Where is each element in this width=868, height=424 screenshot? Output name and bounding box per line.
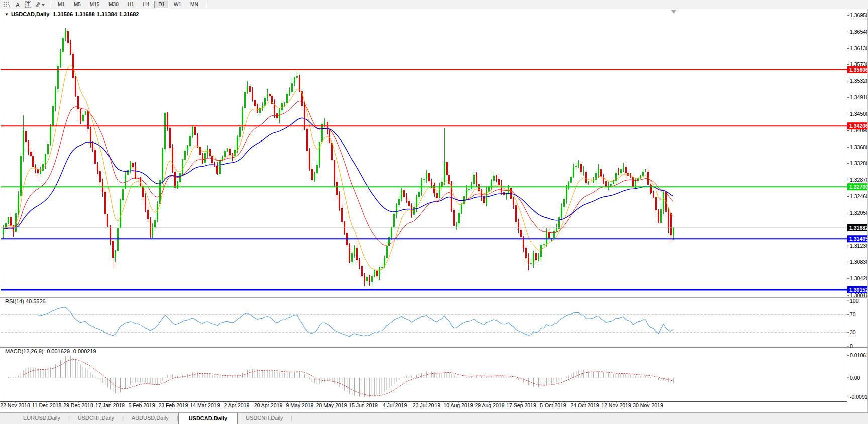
candle-body (194, 127, 196, 134)
candle-body (239, 127, 241, 136)
candle-body (658, 210, 659, 223)
candle-body (115, 251, 116, 258)
macd-axis-label: 0.00 (850, 375, 860, 381)
candle-body (324, 122, 325, 124)
date-axis-label: 10 Aug 2019 (444, 402, 473, 408)
candle-body (573, 167, 574, 177)
level-price-label: 1.31405 (849, 236, 868, 242)
candle-body (386, 246, 388, 258)
candle-body (518, 222, 519, 230)
candle-body (254, 100, 256, 106)
candle-body (553, 231, 555, 238)
collapse-triangle-icon[interactable]: ▼ (5, 12, 9, 17)
candle-body (192, 127, 193, 136)
symbol-tab-audusd[interactable]: AUDUSD,Daily (124, 413, 177, 424)
candle-body (90, 129, 91, 143)
candle-body (436, 193, 438, 198)
macd-axis-label: -0.009181 (850, 394, 868, 400)
text-label-icon[interactable]: T (24, 1, 33, 8)
candle-body (515, 205, 517, 222)
candle-body (179, 173, 181, 182)
macd-axis-label: 0.010615 (850, 352, 868, 358)
candle-body (600, 169, 602, 177)
date-axis-label: 23 Feb 2019 (159, 402, 188, 408)
dotted-grid-f-icon[interactable]: F (3, 1, 12, 8)
candle-body (583, 172, 584, 172)
symbol-tab-usdchf[interactable]: USDCHF,Daily (70, 413, 122, 424)
candle-body (458, 213, 460, 223)
symbol-tab-eurusd[interactable]: EURUSD,Daily (15, 413, 68, 424)
candle-body (501, 185, 502, 192)
candle-body (284, 103, 285, 104)
rsi-axis-label: 0 (850, 343, 853, 349)
candle-body (398, 199, 400, 205)
candle-body (172, 148, 173, 172)
date-axis-label: 28 May 2019 (316, 402, 347, 408)
candle-body (142, 186, 144, 197)
timeframe-button-mn[interactable]: MN (186, 1, 202, 9)
candle-body (8, 217, 9, 223)
candle-body (351, 253, 353, 262)
candle-body (216, 166, 218, 173)
price-axis-label: 1.30830 (850, 259, 868, 265)
rsi-axis-label: 70 (850, 311, 856, 317)
toolbar-separator (206, 1, 206, 8)
rsi-axis-label: 100 (850, 298, 859, 304)
candle-body (184, 151, 186, 160)
candle-body (339, 195, 340, 208)
timeframe-button-m5[interactable]: M5 (70, 1, 85, 9)
ohlc-open: 1.31506 (53, 11, 73, 17)
symbol-tab-usdcnh[interactable]: USDCNH,Daily (238, 413, 291, 424)
candle-body (356, 248, 358, 260)
candle-body (575, 166, 577, 167)
candle-body (267, 94, 268, 98)
candle-body (202, 155, 203, 162)
price-axis-label: 1.33280 (850, 160, 868, 166)
candle-body (52, 106, 54, 126)
symbol-tab-usdcad[interactable]: USDCAD,Daily (178, 413, 238, 424)
candle-body (369, 277, 370, 282)
candle-body (167, 113, 168, 127)
candle-body (242, 108, 243, 127)
candle-body (533, 253, 534, 263)
candle-body (294, 78, 295, 83)
timeframe-button-m15[interactable]: M15 (86, 1, 103, 9)
date-axis-label: 30 Nov 2019 (633, 402, 663, 408)
candle-body (130, 163, 131, 170)
level-price-label: 1.32700 (849, 184, 868, 190)
arrow-style-icon[interactable]: A (13, 1, 22, 8)
candle-body (145, 197, 146, 210)
candle-body (67, 31, 69, 43)
date-axis-label: 23 Jul 2019 (413, 402, 440, 408)
timeframe-button-h4[interactable]: H4 (139, 1, 154, 9)
candle-body (45, 154, 46, 164)
candle-body (187, 146, 188, 151)
price-chart[interactable]: 1.369501.365401.361301.357301.353201.349… (0, 0, 868, 424)
candle-body (252, 92, 253, 100)
timeframe-button-m30[interactable]: M30 (104, 1, 122, 9)
candle-body (468, 189, 470, 190)
candle-body (439, 187, 440, 198)
price-axis-label: 1.31230 (850, 243, 868, 249)
timeframe-button-h1[interactable]: H1 (124, 1, 138, 9)
level-price-label: 1.30152 (849, 287, 868, 293)
line-studies-arrows-icon[interactable] (34, 1, 45, 8)
candle-body (219, 160, 221, 173)
candle-body (625, 167, 627, 173)
candle-body (224, 151, 226, 157)
timeframe-button-d1[interactable]: D1 (154, 1, 169, 9)
candle-body (566, 188, 567, 199)
date-axis-label: 5 Feb 2019 (128, 402, 155, 408)
candle-body (70, 43, 71, 54)
candle-body (456, 223, 457, 226)
candle-body (311, 169, 313, 180)
timeframe-button-w1[interactable]: W1 (170, 1, 185, 9)
timeframe-button-m1[interactable]: M1 (54, 1, 69, 9)
arrow-style-label: A (16, 2, 19, 8)
candle-body (104, 192, 106, 214)
price-axis-label: 1.36950 (850, 12, 868, 18)
date-axis-label: 14 Mar 2019 (190, 402, 220, 408)
arrows-glyph (34, 2, 45, 8)
candle-body (632, 177, 634, 187)
date-axis-label: 15 Jun 2019 (349, 402, 378, 408)
